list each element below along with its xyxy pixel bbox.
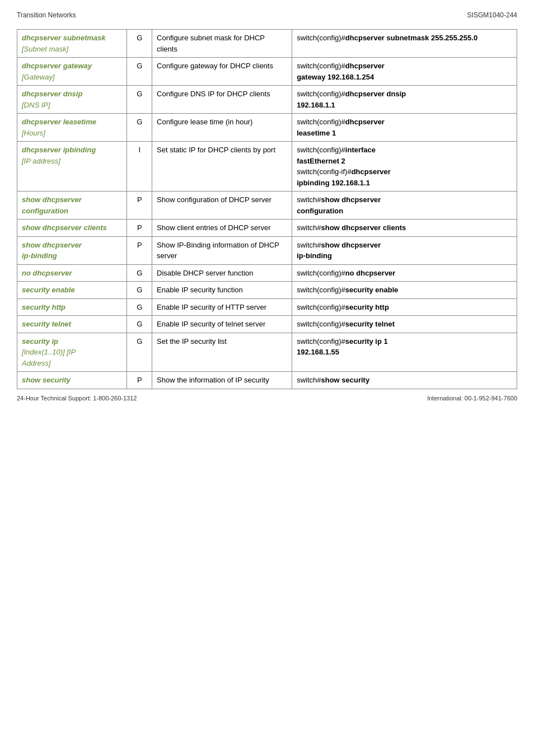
cmd-cell: security http xyxy=(17,298,127,316)
cmd-cell: show dhcpserver clients xyxy=(17,220,127,237)
table-row: security telnet G Enable IP security of … xyxy=(17,316,517,333)
footer-left: 24-Hour Technical Support: 1-800-260-131… xyxy=(17,395,137,402)
footer-right: International: 00-1-952-941-7600 xyxy=(427,395,517,402)
header-left: Transition Networks xyxy=(17,11,76,19)
table-row: dhcpserver gateway [Gateway] G Configure… xyxy=(17,58,517,86)
page-footer: 24-Hour Technical Support: 1-800-260-131… xyxy=(17,395,517,402)
table-row: dhcpserver ipbinding [IP address] I Set … xyxy=(17,142,517,192)
cmd-cell: show dhcpserver ip-binding xyxy=(17,236,127,264)
cmd-cell: dhcpserver gateway [Gateway] xyxy=(17,58,127,86)
table-row: security http G Enable IP security of HT… xyxy=(17,298,517,316)
cmd-cell: dhcpserver dnsip [DNS IP] xyxy=(17,86,127,114)
table-row: dhcpserver dnsip [DNS IP] G Configure DN… xyxy=(17,86,517,114)
table-row: dhcpserver leasetime [Hours] G Configure… xyxy=(17,114,517,142)
command-table: dhcpserver subnetmask [Subnet mask] G Co… xyxy=(17,29,517,389)
cmd-cell: show dhcpserver configuration xyxy=(17,192,127,220)
header-right: SISGM1040-244 xyxy=(467,11,517,19)
cmd-cell: dhcpserver subnetmask [Subnet mask] xyxy=(17,30,127,58)
cmd-cell: security ip [Index(1..10)] [IP Address] xyxy=(17,333,127,372)
cmd-cell: show security xyxy=(17,372,127,389)
table-row: show dhcpserver ip-binding P Show IP-Bin… xyxy=(17,236,517,264)
table-row: no dhcpserver G Disable DHCP server func… xyxy=(17,264,517,282)
page-header: Transition Networks SISGM1040-244 xyxy=(17,11,517,19)
cmd-cell: dhcpserver ipbinding [IP address] xyxy=(17,142,127,192)
table-row: show security P Show the information of … xyxy=(17,372,517,389)
table-row: dhcpserver subnetmask [Subnet mask] G Co… xyxy=(17,30,517,58)
table-row: show dhcpserver configuration P Show con… xyxy=(17,192,517,220)
cmd-cell: security telnet xyxy=(17,316,127,333)
cmd-cell: dhcpserver leasetime [Hours] xyxy=(17,114,127,142)
table-row: security enable G Enable IP security fun… xyxy=(17,282,517,299)
table-row: show dhcpserver clients P Show client en… xyxy=(17,220,517,237)
table-row: security ip [Index(1..10)] [IP Address] … xyxy=(17,333,517,372)
cmd-cell: security enable xyxy=(17,282,127,299)
cmd-cell: no dhcpserver xyxy=(17,264,127,282)
